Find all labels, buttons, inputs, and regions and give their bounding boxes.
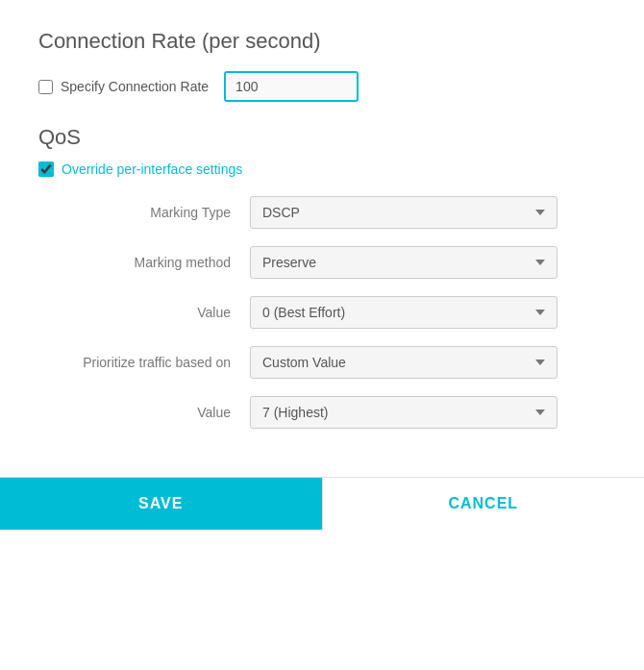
specify-rate-checkbox[interactable] xyxy=(38,80,53,94)
cancel-button[interactable]: CANCEL xyxy=(322,478,645,530)
value-priority-select[interactable]: 7 (Highest) 6 5 0 xyxy=(250,396,557,429)
value-dscp-row: Value 0 (Best Effort) 1 2 7 xyxy=(38,296,606,329)
specify-rate-row: Specify Connection Rate xyxy=(38,71,606,102)
specify-rate-label: Specify Connection Rate xyxy=(61,79,209,94)
value-priority-row: Value 7 (Highest) 6 5 0 xyxy=(38,396,606,429)
footer: SAVE CANCEL xyxy=(0,477,644,530)
connection-rate-section: Connection Rate (per second) Specify Con… xyxy=(38,29,606,102)
marking-method-label: Marking method xyxy=(38,255,250,270)
main-container: Connection Rate (per second) Specify Con… xyxy=(0,0,644,429)
prioritize-row: Prioritize traffic based on Custom Value… xyxy=(38,346,606,379)
marking-method-row: Marking method Preserve Set Copy xyxy=(38,246,606,279)
override-checkbox[interactable] xyxy=(38,161,54,177)
prioritize-select[interactable]: Custom Value Default IP Precedence xyxy=(250,346,557,379)
value-priority-label: Value xyxy=(38,405,250,420)
qos-title: QoS xyxy=(38,125,606,150)
connection-rate-title: Connection Rate (per second) xyxy=(38,29,606,54)
qos-section: QoS Override per-interface settings Mark… xyxy=(38,125,606,429)
prioritize-label: Prioritize traffic based on xyxy=(38,355,250,370)
marking-type-select[interactable]: DSCP 802.1p None xyxy=(250,196,557,229)
override-label: Override per-interface settings xyxy=(62,161,242,177)
save-button[interactable]: SAVE xyxy=(0,478,322,530)
value-dscp-label: Value xyxy=(38,305,250,320)
connection-rate-input[interactable] xyxy=(224,71,359,102)
marking-type-label: Marking Type xyxy=(38,205,250,220)
marking-method-select[interactable]: Preserve Set Copy xyxy=(250,246,557,279)
value-dscp-select[interactable]: 0 (Best Effort) 1 2 7 xyxy=(250,296,557,329)
override-row: Override per-interface settings xyxy=(38,161,606,177)
marking-type-row: Marking Type DSCP 802.1p None xyxy=(38,196,606,229)
